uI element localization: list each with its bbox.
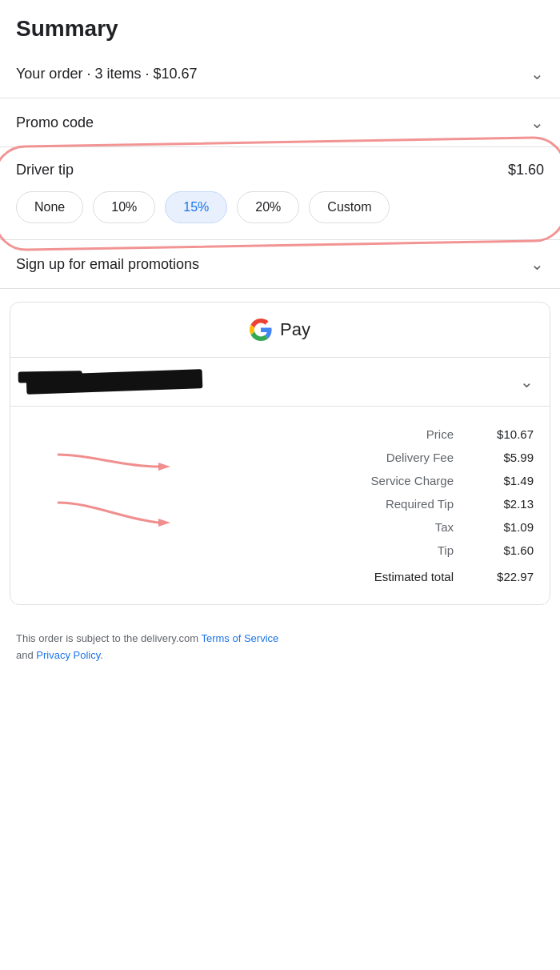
tax-label: Tax — [350, 520, 454, 534]
driver-tip-wrapper: Driver tip $1.60 None 10% 15% 20% Custom — [0, 147, 560, 240]
price-breakdown: Price $10.67 Delivery Fee $5.99 Service … — [10, 407, 550, 604]
tip-15-button[interactable]: 15% — [165, 191, 227, 223]
required-tip-label: Required Tip — [350, 497, 454, 511]
total-value: $22.97 — [486, 570, 534, 583]
terms-text: This order is subject to the delivery.co… — [0, 618, 560, 683]
tax-value: $1.09 — [486, 520, 534, 534]
tip-value: $1.60 — [486, 543, 534, 557]
price-label: Price — [350, 427, 454, 441]
tip-none-button[interactable]: None — [16, 191, 83, 223]
price-row-tax: Tax $1.09 — [26, 515, 534, 539]
gpay-logo: Pay — [250, 319, 310, 341]
price-row-delivery: Delivery Fee $5.99 — [26, 446, 534, 469]
page-title: Summary — [0, 0, 560, 50]
terms-period: . — [100, 649, 103, 661]
gpay-account-chevron-icon: ⌄ — [520, 372, 534, 391]
redacted-account-info — [26, 369, 203, 395]
gpay-header: Pay — [10, 303, 550, 358]
tip-20-button[interactable]: 20% — [237, 191, 299, 223]
tip-custom-button[interactable]: Custom — [309, 191, 390, 223]
promo-chevron-icon: ⌄ — [530, 113, 544, 132]
tip-label: Tip — [350, 543, 454, 557]
order-summary-label: Your order · 3 items · $10.67 — [16, 66, 197, 82]
driver-tip-label: Driver tip — [16, 162, 74, 178]
promo-code-row[interactable]: Promo code ⌄ — [0, 98, 560, 147]
price-row-service: Service Charge $1.49 — [26, 469, 534, 492]
privacy-policy-link[interactable]: Privacy Policy — [36, 649, 100, 661]
order-chevron-icon: ⌄ — [530, 64, 544, 83]
email-promotions-label: Sign up for email promotions — [16, 256, 199, 273]
gpay-section: Pay ⌄ Price $10.67 Deliver — [10, 302, 550, 605]
email-promo-chevron-icon: ⌄ — [530, 255, 544, 274]
order-summary-row[interactable]: Your order · 3 items · $10.67 ⌄ — [0, 50, 560, 98]
delivery-value: $5.99 — [486, 451, 534, 464]
price-row-total: Estimated total $22.97 — [26, 565, 534, 588]
google-g-icon — [250, 319, 272, 341]
price-row-required-tip: Required Tip $2.13 — [26, 492, 534, 515]
tip-10-button[interactable]: 10% — [93, 191, 155, 223]
gpay-account-row[interactable]: ⌄ — [10, 358, 550, 407]
price-row-price: Price $10.67 — [26, 423, 534, 446]
total-label: Estimated total — [350, 570, 454, 583]
delivery-label: Delivery Fee — [350, 451, 454, 464]
driver-tip-section: Driver tip $1.60 None 10% 15% 20% Custom — [0, 147, 560, 240]
email-promotions-row[interactable]: Sign up for email promotions ⌄ — [0, 240, 560, 289]
driver-tip-amount: $1.60 — [508, 162, 544, 178]
driver-tip-header: Driver tip $1.60 — [16, 162, 544, 178]
promo-code-label: Promo code — [16, 114, 94, 131]
required-tip-value: $2.13 — [486, 497, 534, 511]
service-label: Service Charge — [350, 474, 454, 487]
page: Summary Your order · 3 items · $10.67 ⌄ … — [0, 0, 560, 683]
price-row-tip: Tip $1.60 — [26, 539, 534, 562]
terms-prefix: This order is subject to the delivery.co… — [16, 632, 201, 644]
service-value: $1.49 — [486, 474, 534, 487]
terms-of-service-link[interactable]: Terms of Service — [201, 632, 278, 644]
gpay-text: Pay — [275, 319, 310, 340]
terms-and: and — [16, 649, 36, 661]
tip-buttons-group: None 10% 15% 20% Custom — [16, 191, 544, 223]
price-value: $10.67 — [486, 427, 534, 441]
